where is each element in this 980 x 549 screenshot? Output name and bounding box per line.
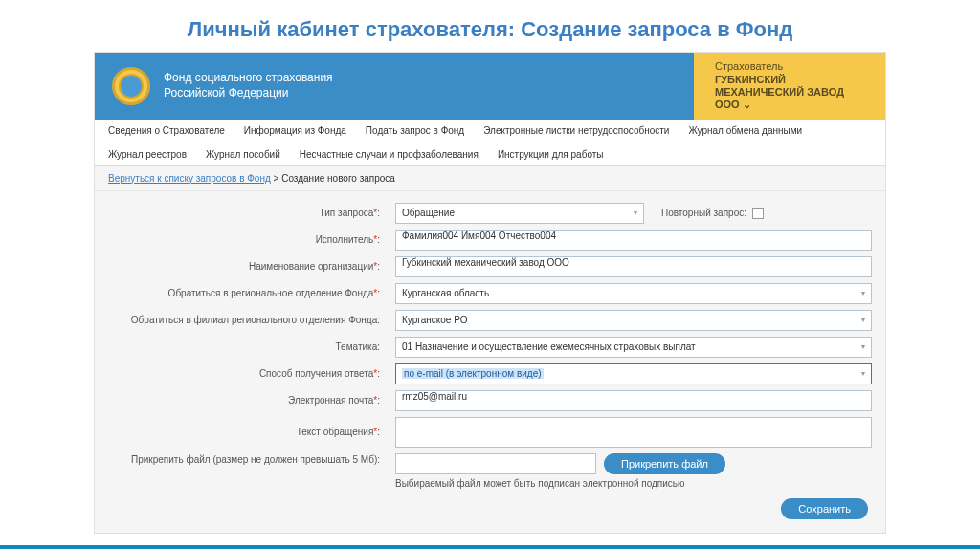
- chevron-down-icon: ▾: [861, 316, 865, 324]
- row-type: Тип запроса*: Обращение ▾ Повторный запр…: [108, 203, 872, 224]
- label-text: Текст обращения*:: [108, 427, 386, 437]
- row-region: Обратиться в региональное отделение Фонд…: [108, 283, 872, 304]
- label-region: Обратиться в региональное отделение Фонд…: [108, 288, 386, 299]
- select-method-value: по e-mail (в электронном виде): [402, 368, 544, 379]
- select-region[interactable]: Курганская область ▾: [395, 283, 872, 304]
- main-nav: Сведения о Страхователе Информация из Фо…: [95, 120, 885, 166]
- select-branch-value: Курганское РО: [402, 315, 467, 325]
- org-line1: Фонд социального страхования: [164, 71, 333, 86]
- row-branch: Обратиться в филиал регионального отделе…: [108, 310, 872, 331]
- save-button[interactable]: Сохранить: [781, 498, 868, 519]
- file-note: Выбираемый файл может быть подписан элек…: [395, 478, 872, 489]
- nav-submit-request[interactable]: Подать запрос в Фонд: [366, 125, 464, 136]
- app-window: Фонд социального страхования Российской …: [94, 52, 886, 534]
- row-file: Прикрепить файл (размер не должен превыш…: [108, 453, 872, 489]
- label-repeat: Повторный запрос:: [661, 208, 746, 218]
- nav-fund-info[interactable]: Информация из Фонда: [244, 125, 346, 136]
- checkbox-repeat[interactable]: [752, 208, 764, 219]
- chevron-down-icon: ▾: [861, 289, 865, 297]
- label-branch: Обратиться в филиал регионального отделе…: [108, 315, 386, 326]
- row-email: Электронная почта*: rmz05@mail.ru: [108, 390, 872, 411]
- attach-file-button[interactable]: Прикрепить файл: [604, 453, 725, 474]
- breadcrumb: Вернуться к списку запросов в Фонд > Соз…: [95, 166, 885, 191]
- chevron-down-icon: ▾: [634, 209, 637, 217]
- nav-registry-log[interactable]: Журнал реестров: [108, 149, 187, 160]
- select-topic-value: 01 Назначение и осуществление ежемесячны…: [402, 341, 696, 352]
- input-executor[interactable]: Фамилия004 Имя004 Отчество004: [395, 230, 872, 251]
- row-topic: Тематика: 01 Назначение и осуществление …: [108, 337, 872, 358]
- textarea-message[interactable]: [395, 417, 872, 448]
- nav-eln[interactable]: Электронные листки нетрудоспособности: [483, 125, 669, 136]
- select-topic[interactable]: 01 Назначение и осуществление ежемесячны…: [395, 337, 872, 358]
- row-org: Наименование организации*: Губкинский ме…: [108, 256, 872, 277]
- chevron-down-icon: ▾: [861, 342, 865, 351]
- label-type: Тип запроса*:: [108, 208, 386, 218]
- label-file: Прикрепить файл (размер не должен превыш…: [108, 453, 386, 466]
- role-label: Страхователь: [715, 60, 864, 72]
- org-name: Фонд социального страхования Российской …: [164, 71, 333, 100]
- chevron-down-icon: ▾: [861, 369, 865, 378]
- select-request-type-value: Обращение: [402, 208, 455, 218]
- select-region-value: Курганская область: [402, 288, 489, 298]
- header-left: Фонд социального страхования Российской …: [95, 53, 694, 120]
- select-branch[interactable]: Курганское РО ▾: [395, 310, 872, 331]
- user-panel[interactable]: Страхователь ГУБКИНСКИЙ МЕХАНИЧЕСКИЙ ЗАВ…: [694, 53, 885, 120]
- label-executor: Исполнитель*:: [108, 234, 386, 245]
- nav-benefits-log[interactable]: Журнал пособий: [206, 149, 280, 160]
- row-executor: Исполнитель*: Фамилия004 Имя004 Отчество…: [108, 230, 872, 251]
- fss-logo-icon: [112, 67, 150, 105]
- slide-footer: 15: [0, 545, 980, 549]
- org-line2: Российской Федерации: [164, 86, 333, 101]
- nav-instructions[interactable]: Инструкции для работы: [498, 149, 604, 160]
- breadcrumb-back-link[interactable]: Вернуться к списку запросов в Фонд: [108, 173, 271, 184]
- input-file-path[interactable]: [395, 453, 596, 474]
- request-form: Тип запроса*: Обращение ▾ Повторный запр…: [95, 191, 885, 533]
- select-request-type[interactable]: Обращение ▾: [395, 203, 644, 224]
- slide-title: Личный кабинет страхователя: Создание за…: [0, 0, 980, 52]
- nav-exchange-log[interactable]: Журнал обмена данными: [688, 125, 802, 136]
- repeat-request: Повторный запрос:: [661, 208, 764, 219]
- input-email[interactable]: rmz05@mail.ru: [395, 390, 872, 411]
- nav-accidents[interactable]: Несчастные случаи и профзаболевания: [300, 149, 479, 160]
- label-topic: Тематика:: [108, 341, 386, 352]
- save-row: Сохранить: [108, 498, 872, 519]
- label-org: Наименование организации*:: [108, 261, 386, 272]
- chevron-down-icon: ⌄: [743, 99, 751, 110]
- breadcrumb-current: Создание нового запроса: [281, 173, 395, 184]
- nav-insurer-info[interactable]: Сведения о Страхователе: [108, 125, 225, 136]
- company-name: ГУБКИНСКИЙ МЕХАНИЧЕСКИЙ ЗАВОД ООО ⌄: [715, 74, 864, 112]
- select-response-method[interactable]: по e-mail (в электронном виде) ▾: [395, 363, 872, 384]
- label-email: Электронная почта*:: [108, 395, 386, 406]
- row-text: Текст обращения*:: [108, 417, 872, 448]
- header: Фонд социального страхования Российской …: [95, 53, 885, 120]
- input-org-name[interactable]: Губкинский механический завод ООО: [395, 256, 872, 277]
- label-method: Способ получения ответа*:: [108, 368, 386, 379]
- file-controls: Прикрепить файл Выбираемый файл может бы…: [395, 453, 872, 489]
- row-method: Способ получения ответа*: по e-mail (в э…: [108, 363, 872, 384]
